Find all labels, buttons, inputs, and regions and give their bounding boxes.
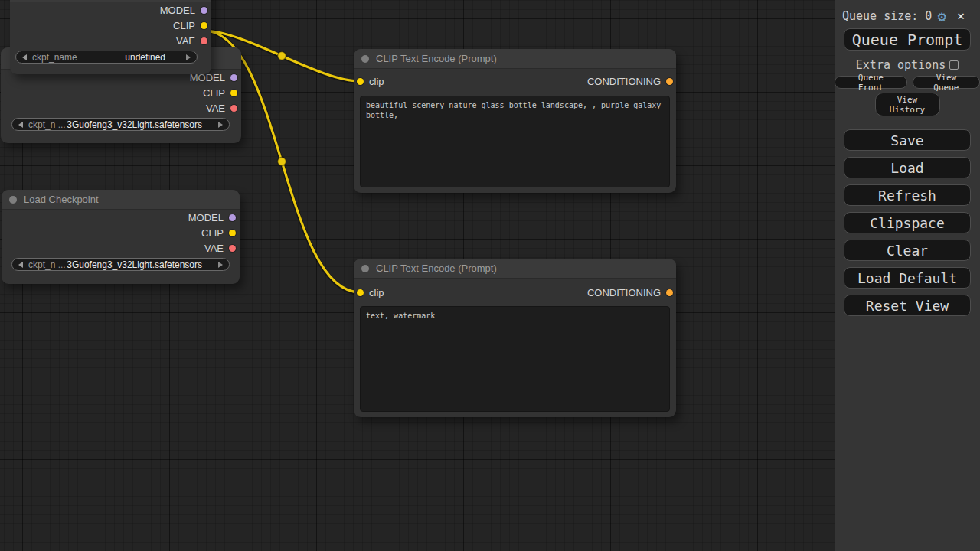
output-slot-conditioning[interactable] [666,78,673,85]
load-default-button[interactable]: Load Default [844,267,971,289]
extra-options-label: Extra options [856,58,946,72]
widget-value: undefined [125,52,165,63]
widget-next-arrow-icon[interactable] [218,262,223,268]
io-row: clip CONDITIONING [354,73,676,90]
input-slot-clip[interactable] [357,78,364,85]
collapse-dot-icon[interactable] [361,265,369,272]
negative-prompt-textarea[interactable]: text, watermark [360,306,670,412]
clipspace-button[interactable]: Clipspace [844,212,971,233]
queue-actions-row: Queue Front View Queue [835,76,980,89]
refresh-button[interactable]: Refresh [844,184,971,206]
input-slot-clip[interactable] [357,289,364,296]
widget-prev-arrow-icon[interactable] [18,122,23,128]
output-label: VAE [204,243,224,254]
widget-label: ckpt_name [32,52,77,63]
view-queue-button[interactable]: View Queue [913,76,980,89]
node-title: CLIP Text Encode (Prompt) [376,262,497,274]
output-label: VAE [206,103,225,114]
output-slot-vae[interactable] [201,37,207,44]
output-row: VAE [10,33,211,48]
output-slot-vae[interactable] [230,105,237,112]
link-midpoint-dot [278,52,286,60]
node-graph-canvas[interactable]: MODEL CLIP VAE ckpt_n ... 3Guofeng3_v32L… [0,0,835,551]
output-slot-model[interactable] [230,74,237,81]
output-label: MODEL [160,5,195,16]
output-label: CONDITIONING [587,287,661,298]
collapse-dot-icon[interactable] [9,196,17,204]
output-label: MODEL [188,212,224,223]
output-row: MODEL [2,210,240,225]
node-title-bar[interactable]: CLIP Text Encode (Prompt) [354,49,676,69]
node-clip-text-encode-negative[interactable]: CLIP Text Encode (Prompt) clip CONDITION… [354,259,676,417]
widget-label: ckpt_n ... [28,119,66,130]
queue-size-label: Queue size: [842,9,918,23]
output-slot-clip[interactable] [229,230,236,236]
node-load-checkpoint[interactable]: Load Checkpoint MODEL CLIP VAE ckpt_n ..… [2,190,240,284]
extra-options-row: Extra options [835,59,980,70]
output-label: VAE [176,35,195,47]
comfy-menu-panel: Queue size: 0 ⚙ ✕ Queue Prompt Extra opt… [835,0,980,551]
output-row: CLIP [10,18,211,33]
queue-front-button[interactable]: Queue Front [835,76,907,89]
close-icon[interactable]: ✕ [957,10,965,22]
input-label: clip [369,76,384,87]
widget-next-arrow-icon[interactable] [186,54,191,60]
widget-prev-arrow-icon[interactable] [18,262,23,268]
widget-label: ckpt_n ... [28,259,66,270]
save-button[interactable]: Save [844,129,971,151]
node-checkpoint-top[interactable]: MODEL CLIP VAE ckpt_name undefined [10,0,211,74]
ckpt-name-widget[interactable]: ckpt_name undefined [15,51,198,64]
output-slot-model[interactable] [229,214,236,221]
output-row: CLIP [1,85,241,100]
reset-view-button[interactable]: Reset View [844,295,971,316]
output-label: CLIP [203,87,225,99]
comfyui-app: MODEL CLIP VAE ckpt_n ... 3Guofeng3_v32L… [0,0,980,551]
input-label: clip [369,287,384,298]
output-slot-conditioning[interactable] [666,289,673,296]
node-title: Load Checkpoint [24,194,99,205]
ckpt-name-widget[interactable]: ckpt_n ... 3Guofeng3_v32Light.safetensor… [11,258,230,271]
positive-prompt-textarea[interactable]: beautiful scenery nature glass bottle la… [360,96,670,187]
node-title-bar[interactable]: CLIP Text Encode (Prompt) [354,259,676,279]
queue-status-row: Queue size: 0 ⚙ ✕ [835,0,980,24]
output-slot-model[interactable] [201,7,207,14]
output-row: VAE [2,240,240,256]
output-label: CLIP [173,20,195,31]
output-row: CLIP [2,225,240,240]
widget-value: 3Guofeng3_v32Light.safetensors [67,259,202,270]
widget-prev-arrow-icon[interactable] [22,54,27,60]
queue-size-value: 0 [925,9,932,23]
collapse-dot-icon[interactable] [361,55,369,63]
widget-value: 3Guofeng3_v32Light.safetensors [67,119,202,130]
node-title-bar[interactable]: Load Checkpoint [2,190,240,210]
view-history-button[interactable]: View History [875,93,940,116]
output-slot-clip[interactable] [201,22,207,29]
load-button[interactable]: Load [844,157,971,178]
node-title: CLIP Text Encode (Prompt) [376,53,497,64]
io-row: clip CONDITIONING [354,284,676,301]
output-row: VAE [1,100,241,116]
settings-gear-icon[interactable]: ⚙ [937,9,946,24]
output-row: MODEL [10,2,211,18]
output-label: CLIP [201,227,224,239]
output-slot-clip[interactable] [230,90,237,96]
node-clip-text-encode-positive[interactable]: CLIP Text Encode (Prompt) clip CONDITION… [354,49,676,193]
output-label: CONDITIONING [587,76,661,87]
clear-button[interactable]: Clear [844,240,971,261]
output-slot-vae[interactable] [229,245,236,252]
extra-options-checkbox[interactable] [949,60,959,70]
queue-prompt-button[interactable]: Queue Prompt [844,28,971,51]
link-midpoint-dot [278,158,286,166]
ckpt-name-widget[interactable]: ckpt_n ... 3Guofeng3_v32Light.safetensor… [11,118,230,131]
widget-next-arrow-icon[interactable] [218,122,223,128]
